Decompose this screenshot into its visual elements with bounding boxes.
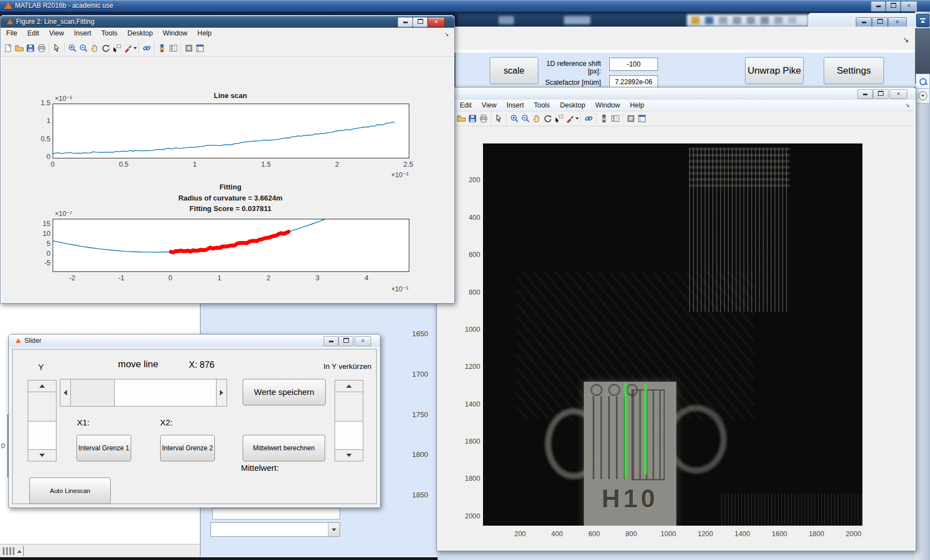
zoom-out-icon[interactable] <box>520 113 531 124</box>
scroll-widget-arrow-icon[interactable] <box>17 550 22 553</box>
ref-shift-input[interactable]: -100 <box>609 58 658 71</box>
interval-limit1-button[interactable]: Interval Grenze 1 <box>76 435 131 461</box>
data-cursor-icon[interactable] <box>553 113 564 124</box>
plot-tools-show-icon[interactable] <box>194 43 205 54</box>
slider-thumb[interactable] <box>71 379 115 406</box>
link-plots-icon[interactable] <box>141 43 152 54</box>
figure2-titlebar[interactable]: Figure 2: Line_scan,Fitting × <box>1 16 454 28</box>
menu-item-file[interactable]: File <box>1 28 22 37</box>
line-scan-axes[interactable] <box>53 104 409 158</box>
cursor-icon[interactable] <box>494 113 505 124</box>
link-plots-icon[interactable] <box>583 113 594 124</box>
menubar-overflow-icon[interactable]: ↘ <box>444 31 449 37</box>
slider-up-button[interactable] <box>335 381 363 392</box>
new-doc-icon[interactable] <box>3 43 14 54</box>
menu-item-insert[interactable]: Insert <box>501 100 528 109</box>
y-slider-left[interactable] <box>28 380 56 461</box>
menu-item-view[interactable]: View <box>44 28 69 37</box>
menu-item-desktop[interactable]: Desktop <box>122 28 158 37</box>
speckle-image[interactable]: H10 <box>483 143 862 526</box>
fitting-axes[interactable] <box>53 219 409 272</box>
legend-icon[interactable] <box>168 43 179 54</box>
menu-item-window[interactable]: Window <box>158 28 192 37</box>
pan-icon[interactable] <box>531 113 542 124</box>
dock-search-button[interactable] <box>916 74 930 89</box>
menu-item-tools[interactable]: Tools <box>96 28 122 37</box>
save-icon[interactable] <box>467 113 478 124</box>
brush-dropdown-caret-icon[interactable] <box>576 117 579 120</box>
colorbar-icon[interactable] <box>599 113 610 124</box>
interval-limit2-button[interactable]: Interval Grenze 2 <box>160 435 215 461</box>
x-tick-label: 2 <box>255 274 282 282</box>
pin-button[interactable] <box>916 14 929 27</box>
slider-down-button[interactable] <box>28 449 56 461</box>
close-button[interactable]: × <box>354 336 371 346</box>
pan-icon[interactable] <box>89 43 100 54</box>
settings-button[interactable]: Settings <box>824 57 884 84</box>
slider-down-button[interactable] <box>335 449 363 461</box>
minimize-button[interactable] <box>398 17 413 27</box>
dock-scroll-button[interactable] <box>916 88 930 104</box>
main-close-button[interactable]: × <box>901 1 917 12</box>
plot-tools-hide-icon[interactable] <box>625 113 636 124</box>
colorbar-icon[interactable] <box>157 43 168 54</box>
rotate-icon[interactable] <box>100 43 111 54</box>
scroll-widget[interactable] <box>3 547 15 555</box>
chip-target: H10 <box>584 382 676 526</box>
maximize-button[interactable] <box>338 336 353 346</box>
save-values-button[interactable]: Werte speichern <box>243 379 326 405</box>
close-button[interactable]: × <box>428 17 445 27</box>
zoom-in-icon[interactable] <box>509 113 520 124</box>
menu-item-desktop[interactable]: Desktop <box>555 100 590 109</box>
brush-icon[interactable] <box>122 43 133 54</box>
menu-item-help[interactable]: Help <box>192 28 217 37</box>
y-slider-right[interactable] <box>335 380 363 461</box>
chip-circle-mark <box>590 384 603 396</box>
slider-right-button[interactable] <box>216 379 227 406</box>
slider-thumb[interactable] <box>335 392 363 422</box>
menu-item-tools[interactable]: Tools <box>529 100 555 109</box>
menu-item-insert[interactable]: Insert <box>69 28 96 37</box>
menu-item-help[interactable]: Help <box>625 100 649 109</box>
plot-tools-hide-icon[interactable] <box>183 43 194 54</box>
data-cursor-icon[interactable] <box>111 43 122 54</box>
slider-left-button[interactable] <box>60 379 71 406</box>
main-minimize-button[interactable] <box>871 1 886 12</box>
cursor-icon[interactable] <box>52 43 63 54</box>
zoom-in-icon[interactable] <box>67 43 78 54</box>
print-icon[interactable] <box>36 43 47 54</box>
plot-tools-show-icon[interactable] <box>636 113 648 124</box>
move-line-slider[interactable] <box>60 379 227 407</box>
dropdown-arrow-button[interactable] <box>328 523 340 536</box>
close-button[interactable]: × <box>890 89 907 99</box>
menubar-overflow-icon[interactable]: ↘ <box>903 35 909 44</box>
unwrap-pike-button[interactable]: Unwrap Pike <box>745 57 804 84</box>
slider-titlebar[interactable]: Slider × <box>9 335 380 347</box>
gui-dropdown[interactable] <box>210 522 340 537</box>
menu-item-edit[interactable]: Edit <box>455 100 477 109</box>
brush-dropdown-caret-icon[interactable] <box>133 47 137 49</box>
open-folder-icon[interactable] <box>14 43 25 54</box>
main-maximize-button[interactable] <box>886 1 901 12</box>
menu-item-window[interactable]: Window <box>590 100 625 109</box>
menu-item-view[interactable]: View <box>477 100 502 109</box>
rotate-icon[interactable] <box>542 113 553 124</box>
maximize-button[interactable] <box>413 17 428 27</box>
menubar-overflow-icon[interactable]: ↘ <box>905 102 910 108</box>
slider-up-button[interactable] <box>28 381 56 392</box>
save-icon[interactable] <box>25 43 36 54</box>
print-icon[interactable] <box>478 113 489 124</box>
open-folder-icon[interactable] <box>456 113 467 124</box>
menu-item-edit[interactable]: Edit <box>22 28 44 37</box>
minimize-button[interactable] <box>323 336 338 346</box>
brush-icon[interactable] <box>564 113 576 124</box>
legend-icon[interactable] <box>610 113 621 124</box>
scale-button[interactable]: scale <box>490 57 538 84</box>
slider-thumb[interactable] <box>28 392 56 422</box>
minimize-button[interactable] <box>857 89 873 99</box>
calc-mean-button[interactable]: Mittelwert berechnen <box>243 435 325 461</box>
maximize-button[interactable] <box>873 89 888 99</box>
figure-right-titlebar[interactable]: d × <box>437 88 916 100</box>
zoom-out-icon[interactable] <box>78 43 89 54</box>
auto-linescan-button[interactable]: Auto Linescan <box>29 477 111 504</box>
